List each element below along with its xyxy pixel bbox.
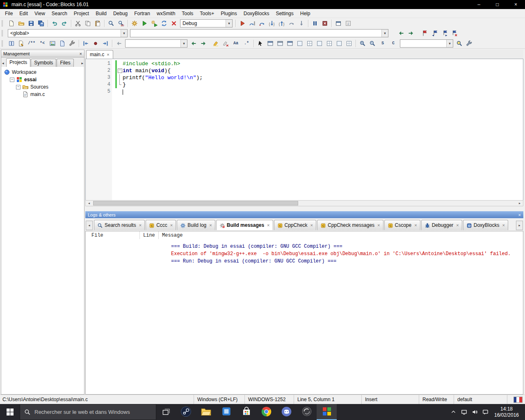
redo[interactable] <box>59 19 69 28</box>
log-tab-cccc[interactable]: CCccc× <box>146 220 176 230</box>
code-text[interactable] <box>123 88 123 95</box>
menu-plugins[interactable]: Plugins <box>217 9 240 18</box>
table-row[interactable]: === Run: Debug in essai (compiler: GNU G… <box>86 258 523 265</box>
code-text[interactable]: #include <stdio.h> <box>123 60 180 67</box>
doxyblocks-run-chm[interactable] <box>57 39 67 48</box>
browse-next[interactable] <box>199 39 208 48</box>
replace[interactable]: ab <box>116 19 126 28</box>
log-tabs-scroll-right-icon[interactable]: ▸ <box>516 221 523 230</box>
incremental-search-options[interactable] <box>464 39 474 48</box>
menu-debug[interactable]: Debug <box>110 9 131 18</box>
network-icon[interactable] <box>459 404 469 420</box>
code-text[interactable]: } <box>123 81 126 88</box>
clear-highlights[interactable] <box>221 39 231 48</box>
chevron-down-icon[interactable]: ▾ <box>381 30 388 37</box>
log-tab-cscope[interactable]: CCscope× <box>384 220 420 230</box>
taskbar-app-chrome[interactable] <box>256 404 276 420</box>
next-instruction[interactable] <box>287 19 297 28</box>
wxsmith-window[interactable] <box>265 39 275 48</box>
tree-item-essai[interactable]: −essai <box>1 76 84 83</box>
browse-back[interactable] <box>114 39 124 48</box>
log-tab-build-messages[interactable]: Build messages× <box>216 220 273 230</box>
regex-search[interactable]: .* <box>241 39 252 48</box>
wxsmith-frame[interactable] <box>285 39 295 48</box>
fortran-jump-forward[interactable] <box>100 39 110 48</box>
fortran-jump-back[interactable] <box>81 39 91 48</box>
volume-icon[interactable] <box>469 404 480 420</box>
tabs-scroll-left-icon[interactable]: ◂ <box>2 61 4 65</box>
open-file[interactable] <box>16 19 26 28</box>
tree-expander-icon[interactable]: − <box>16 85 21 89</box>
table-row[interactable]: === Build: Debug in essai (compiler: GNU… <box>86 243 523 250</box>
rebuild[interactable] <box>159 19 169 28</box>
doxyblocks-extract-docs[interactable] <box>7 39 16 48</box>
taskbar-app-app-blue[interactable] <box>216 404 236 420</box>
various-info[interactable]: i <box>343 19 353 28</box>
start-button[interactable] <box>0 404 20 420</box>
wxsmith-dialog[interactable] <box>275 39 285 48</box>
menu-doxyblocks[interactable]: DoxyBlocks <box>240 9 273 18</box>
tray-chevron-up-icon[interactable] <box>448 404 459 420</box>
tab-projects[interactable]: Projects <box>6 58 30 67</box>
editor-tab-main-c[interactable]: main.c × <box>86 50 113 59</box>
match-case[interactable]: Aa <box>231 39 241 48</box>
scope-combo[interactable]: <global>▾ <box>8 29 128 37</box>
build[interactable] <box>130 19 139 28</box>
log-tabs-scroll-left-icon[interactable]: ◂ <box>86 221 93 230</box>
step-into-instruction[interactable] <box>297 19 306 28</box>
step-into[interactable]: {} <box>267 19 277 28</box>
taskbar-app-codeblocks[interactable] <box>317 404 337 420</box>
task-view-button[interactable] <box>156 404 176 420</box>
tree-item-sources[interactable]: −Sources <box>1 83 84 91</box>
log-tab-doxyblocks[interactable]: DDoxyBlocks× <box>463 220 508 230</box>
highlight-occurrences[interactable] <box>211 39 221 48</box>
wxsmith-static-box[interactable] <box>324 39 334 48</box>
log-tab-debugger[interactable]: Debugger× <box>421 220 462 230</box>
cut[interactable] <box>73 19 83 28</box>
close-panel-icon[interactable]: × <box>80 51 82 56</box>
toolbar-grip[interactable] <box>2 30 5 37</box>
scroll-right-icon[interactable]: ▸ <box>516 201 523 206</box>
show-designer[interactable]: C <box>388 39 399 48</box>
doxyblocks-line-comment[interactable]: *< <box>37 39 48 48</box>
code-editor[interactable]: 1#include <stdio.h>2−int main(void){3pri… <box>85 59 523 200</box>
menu-view[interactable]: View <box>31 9 48 18</box>
taskbar-clock[interactable]: 14:18 16/02/2016 <box>491 406 523 418</box>
menu-file[interactable]: File <box>2 9 16 18</box>
menu-search[interactable]: Search <box>48 9 71 18</box>
goto-prev-function[interactable] <box>396 29 406 38</box>
taskbar-search-box[interactable]: Rechercher sur le web et dans Windows <box>20 404 156 420</box>
fortran-jump-home[interactable] <box>91 39 100 48</box>
maximize-button[interactable]: □ <box>488 0 507 9</box>
next-bookmark[interactable] <box>440 29 450 38</box>
close-tab-icon[interactable]: × <box>310 223 313 228</box>
prev-bookmark[interactable] <box>430 29 440 38</box>
notifications-icon[interactable] <box>480 404 491 420</box>
close-logs-icon[interactable]: × <box>518 212 521 217</box>
menu-edit[interactable]: Edit <box>16 9 31 18</box>
wxsmith-stretch[interactable] <box>344 39 354 48</box>
show-source[interactable]: S <box>377 39 388 48</box>
chevron-down-icon[interactable]: ▾ <box>121 30 127 37</box>
close-tab-icon[interactable]: × <box>414 223 417 228</box>
find[interactable] <box>106 19 116 28</box>
function-combo[interactable]: ▾ <box>130 29 388 37</box>
chevron-down-icon[interactable]: ▾ <box>180 40 187 47</box>
tabs-scroll-right-icon[interactable]: ▸ <box>81 61 83 65</box>
menu-wxsmith[interactable]: wxSmith <box>153 9 178 18</box>
taskbar-app-discord[interactable] <box>276 404 297 420</box>
undo[interactable] <box>50 19 59 28</box>
menu-project[interactable]: Project <box>71 9 92 18</box>
zoom-in[interactable] <box>358 39 368 48</box>
incremental-search-combo[interactable]: ▾ <box>400 39 453 48</box>
tree-item-workspace[interactable]: Workspace <box>1 68 84 76</box>
save-all-files[interactable] <box>36 19 46 28</box>
doxyblocks-view-docs[interactable] <box>16 39 26 48</box>
log-tab-cppcheck-messages[interactable]: CCppCheck messages× <box>317 220 383 230</box>
build-target-combo[interactable]: Debug▾ <box>180 19 233 27</box>
log-tab-build-log[interactable]: Build log× <box>177 220 215 230</box>
run-to-cursor[interactable] <box>247 19 257 28</box>
fold-collapse-icon[interactable]: − <box>118 68 122 73</box>
wxsmith-spacer[interactable] <box>334 39 344 48</box>
wxsmith-panel[interactable] <box>295 39 305 48</box>
